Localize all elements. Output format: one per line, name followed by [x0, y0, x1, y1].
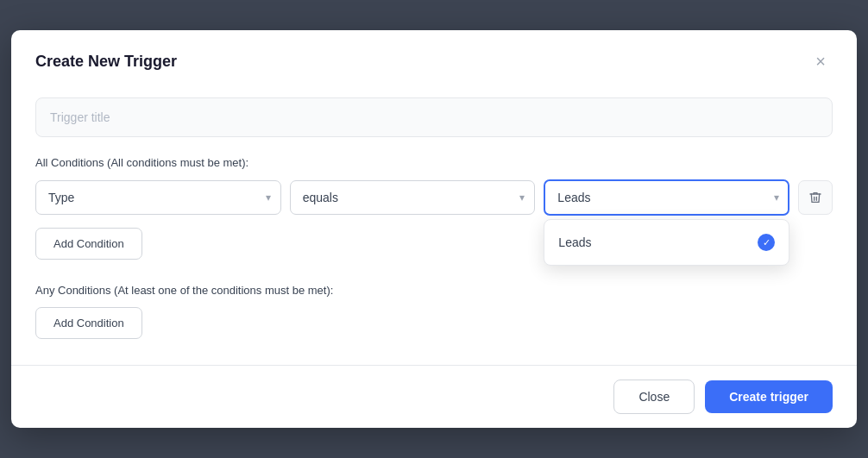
cancel-button[interactable]: Close — [613, 380, 695, 414]
modal-footer: Close Create trigger — [11, 365, 857, 428]
dropdown-item-leads-label: Leads — [558, 235, 591, 249]
value-select-wrapper: Leads ▾ Leads ✓ — [544, 179, 789, 216]
modal-header: Create New Trigger × — [11, 30, 857, 89]
modal-body: All Conditions (All conditions must be m… — [11, 89, 857, 365]
all-conditions-section: All Conditions (All conditions must be m… — [35, 156, 833, 268]
create-trigger-button[interactable]: Create trigger — [705, 380, 833, 413]
equals-select[interactable]: equals — [290, 180, 536, 215]
any-conditions-section: Any Conditions (At least one of the cond… — [35, 284, 833, 348]
delete-condition-button[interactable] — [798, 180, 833, 215]
condition-row-1: Type ▾ equals ▾ Leads — [35, 179, 833, 216]
close-button[interactable]: × — [808, 49, 833, 73]
add-condition-any-label: Add Condition — [53, 317, 124, 329]
type-select-wrapper: Type ▾ — [35, 180, 281, 215]
dropdown-item-leads[interactable]: Leads ✓ — [544, 225, 789, 260]
any-conditions-label: Any Conditions (At least one of the cond… — [35, 284, 833, 297]
create-trigger-modal: Create New Trigger × All Conditions (All… — [11, 30, 857, 428]
trash-icon — [808, 191, 822, 204]
add-condition-all-label: Add Condition — [53, 237, 124, 250]
type-select[interactable]: Type — [35, 180, 281, 215]
equals-select-wrapper: equals ▾ — [290, 180, 536, 215]
add-condition-any-button[interactable]: Add Condition — [35, 307, 142, 339]
add-condition-all-button[interactable]: Add Condition — [35, 228, 142, 260]
leads-check-icon: ✓ — [758, 234, 775, 251]
all-conditions-label: All Conditions (All conditions must be m… — [35, 156, 833, 169]
modal-overlay: Create New Trigger × All Conditions (All… — [0, 0, 868, 458]
value-select[interactable]: Leads — [544, 179, 789, 216]
value-dropdown-menu: Leads ✓ — [544, 219, 789, 266]
modal-title: Create New Trigger — [35, 53, 177, 71]
trigger-title-input[interactable] — [35, 97, 833, 137]
